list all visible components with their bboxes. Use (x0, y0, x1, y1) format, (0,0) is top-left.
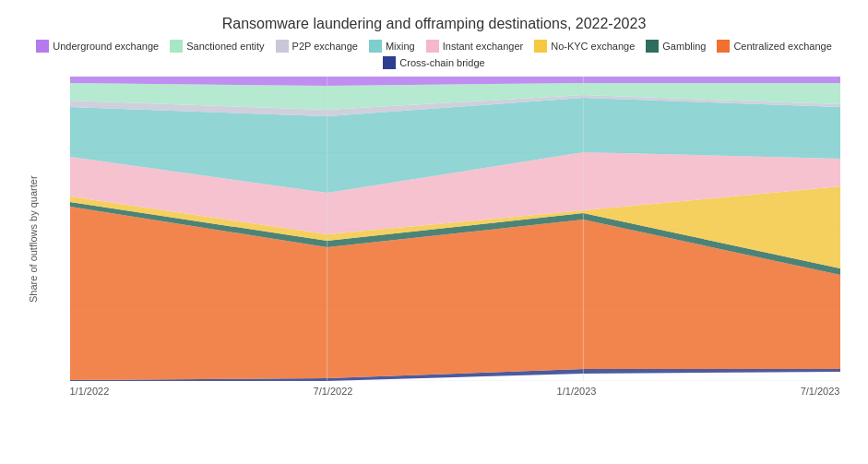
legend-swatch (276, 40, 289, 53)
legend-label: No-KYC exchange (551, 41, 635, 52)
legend-item: Centralized exchange (717, 40, 831, 53)
legend-item: Gambling (646, 40, 706, 53)
legend-swatch (369, 40, 382, 53)
legend-item: No-KYC exchange (534, 40, 635, 53)
chart-title: Ransomware laundering and offramping des… (19, 16, 850, 32)
legend-item: P2P exchange (276, 40, 358, 53)
x-axis-label: 1/1/2023 (557, 386, 597, 409)
legend-swatch (383, 56, 396, 69)
legend-item: Cross-chain bridge (383, 56, 484, 69)
chart-container: Ransomware laundering and offramping des… (10, 6, 859, 458)
legend-item: Sanctioned entity (170, 40, 264, 53)
legend-swatch (717, 40, 730, 53)
legend-swatch (646, 40, 659, 53)
legend: Underground exchangeSanctioned entityP2P… (19, 40, 850, 69)
legend-label: Gambling (662, 41, 706, 52)
legend-label: Centralized exchange (733, 41, 831, 52)
x-labels: 1/1/20227/1/20221/1/20237/1/2023 (70, 386, 840, 409)
x-axis-label: 1/1/2022 (70, 386, 110, 409)
legend-item: Mixing (369, 40, 415, 53)
legend-label: P2P exchange (292, 41, 358, 52)
legend-label: Sanctioned entity (186, 41, 264, 52)
legend-item: Instant exchanger (426, 40, 523, 53)
chart-inner: 100% 75% 50% 25% 0% (70, 77, 840, 381)
x-axis-label: 7/1/2023 (801, 386, 840, 409)
legend-swatch (36, 40, 49, 53)
legend-label: Underground exchange (53, 41, 159, 52)
x-axis-label: 7/1/2022 (314, 386, 353, 409)
legend-swatch (534, 40, 547, 53)
legend-label: Instant exchanger (443, 41, 523, 52)
legend-swatch (170, 40, 183, 53)
legend-item: Underground exchange (36, 40, 159, 53)
legend-label: Mixing (386, 41, 415, 52)
chart-svg: 100% 75% 50% 25% 0% (70, 77, 840, 381)
legend-label: Cross-chain bridge (399, 57, 484, 68)
chart-area: Share of outflows by quarter 100% 75% 50… (19, 77, 850, 409)
legend-swatch (426, 40, 439, 53)
y-axis-label: Share of outflows by quarter (28, 183, 39, 303)
